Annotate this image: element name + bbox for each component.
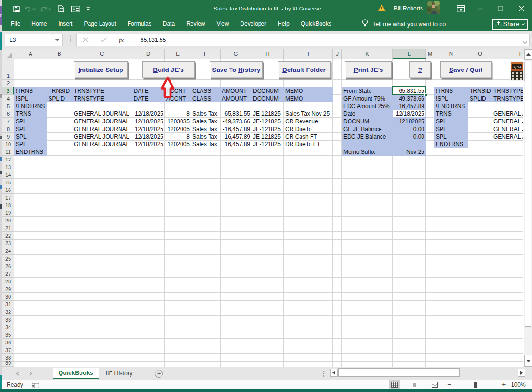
default-folder-button[interactable]: Default Folder: [278, 61, 331, 78]
cell-A8[interactable]: SPL: [14, 125, 47, 133]
row-header-20[interactable]: 20: [2, 217, 14, 224]
row-header-13[interactable]: 13: [2, 163, 14, 171]
cell-K3[interactable]: From State: [342, 87, 393, 95]
cell-L11[interactable]: Nov 25: [393, 148, 426, 156]
zoom-slider-thumb[interactable]: [474, 382, 477, 388]
column-header-D[interactable]: D: [132, 49, 165, 59]
cell-N8[interactable]: SPL: [434, 125, 468, 133]
cell-C10[interactable]: GENERAL JOURNAL: [72, 141, 132, 148]
row-header-36[interactable]: 36: [2, 339, 14, 346]
cell-I8[interactable]: CR DueTo: [284, 125, 333, 133]
row-header-6[interactable]: 6: [2, 110, 14, 118]
sheet-tab-quickbooks[interactable]: QuickBooks: [53, 368, 99, 379]
cell-F9[interactable]: Sales Tax: [191, 133, 221, 141]
build-jes-button[interactable]: Build JE's: [142, 61, 195, 78]
cell-I9[interactable]: CR Cash FT: [284, 133, 333, 141]
cell-G8[interactable]: -16,457.89: [221, 125, 251, 133]
cell-N4[interactable]: !SPL: [434, 95, 468, 102]
cell-E10[interactable]: 1202005: [165, 141, 191, 148]
cell-C4[interactable]: TRNSTYPE: [72, 95, 132, 102]
name-box-dropdown-icon[interactable]: [55, 39, 59, 41]
cell-A5[interactable]: !ENDTRNS: [14, 102, 47, 110]
cell-D6[interactable]: 12/18/2025: [132, 110, 165, 118]
cell-F4[interactable]: CLASS: [191, 95, 221, 102]
row-header-27[interactable]: 27: [2, 270, 14, 278]
column-header-J[interactable]: J: [333, 49, 342, 59]
ribbon-tab-insert[interactable]: Insert: [52, 17, 78, 31]
cell-D8[interactable]: 12/18/2025: [132, 125, 165, 133]
cell-N7[interactable]: SPL: [434, 118, 468, 125]
cell-N5[interactable]: !ENDTRNS: [434, 102, 468, 110]
cell-K6[interactable]: Date: [342, 110, 393, 118]
vertical-scroll-thumb[interactable]: [525, 61, 531, 327]
row-header-10[interactable]: 10: [2, 141, 14, 148]
cell-P7[interactable]: GENERAL JOURNAL: [492, 118, 523, 125]
cell-L9[interactable]: 0.00: [393, 133, 426, 141]
cell-K7[interactable]: DOCNUM: [342, 118, 393, 125]
scroll-down-button[interactable]: [524, 355, 532, 367]
save-quit-button[interactable]: Save / Quit: [440, 61, 492, 78]
column-header-B[interactable]: B: [47, 49, 73, 59]
calculator-image[interactable]: 3,14: [510, 61, 525, 81]
row-header-8[interactable]: 8: [2, 125, 14, 133]
cell-C6[interactable]: GENERAL JOURNAL: [72, 110, 132, 118]
column-header-E[interactable]: E: [165, 49, 191, 59]
cell-G10[interactable]: 16,457.89: [221, 141, 251, 148]
next-sheet-icon[interactable]: [29, 367, 33, 380]
cell-G4[interactable]: AMOUNT: [221, 95, 251, 102]
row-header-14[interactable]: 14: [2, 171, 14, 179]
column-header-K[interactable]: K: [342, 49, 393, 59]
column-header-H[interactable]: H: [251, 49, 284, 59]
column-header-N[interactable]: N: [434, 49, 468, 59]
ribbon-display-options-icon[interactable]: [451, 0, 471, 17]
page-break-view-icon[interactable]: [429, 380, 440, 390]
row-header-21[interactable]: 21: [2, 224, 14, 232]
ribbon-tab-developer[interactable]: Developer: [234, 17, 272, 31]
column-header-F[interactable]: F: [191, 49, 221, 59]
cell-A3[interactable]: !TRNS: [14, 87, 47, 95]
zoom-in-button[interactable]: +: [501, 380, 507, 390]
close-button[interactable]: [511, 0, 532, 17]
cell-L8[interactable]: 0.00: [393, 125, 426, 133]
form-toolbar-icon[interactable]: [71, 6, 80, 12]
row-header-34[interactable]: 34: [2, 323, 14, 331]
row-header-17[interactable]: 17: [2, 194, 14, 201]
save-to-history-button[interactable]: Save To History: [210, 61, 263, 78]
scroll-right-button[interactable]: [518, 369, 525, 377]
selected-cell-border[interactable]: [392, 86, 426, 95]
cell-P4[interactable]: TRNSTYPE: [492, 95, 523, 102]
row-header-24[interactable]: 24: [2, 247, 14, 255]
cell-E8[interactable]: 1202005: [165, 125, 191, 133]
cell-E6[interactable]: 8: [165, 110, 191, 118]
cell-L6[interactable]: 12/18/2025: [393, 110, 426, 118]
cell-A4[interactable]: !SPL: [14, 95, 47, 102]
cell-H6[interactable]: JE-121825: [251, 110, 284, 118]
enter-icon[interactable]: [100, 36, 107, 44]
cell-K5[interactable]: EDC Amount 25%: [342, 102, 393, 110]
ribbon-tab-page-layout[interactable]: Page Layout: [78, 17, 121, 31]
cell-A10[interactable]: SPL: [14, 141, 47, 148]
cell-A11[interactable]: ENDTRNS: [14, 148, 47, 156]
cell-F7[interactable]: Sales Tax: [191, 118, 221, 125]
maximize-button[interactable]: [491, 0, 511, 17]
zoom-out-button[interactable]: −: [446, 380, 452, 390]
formula-bar[interactable]: fx 65,831.55: [76, 34, 530, 46]
cell-H7[interactable]: JE-121825: [251, 118, 284, 125]
cell-D7[interactable]: 12/18/2025: [132, 118, 165, 125]
cell-L4[interactable]: 49,373.66: [393, 95, 426, 102]
tell-me-box[interactable]: Tell me what you want to do: [362, 17, 446, 31]
cell-N10[interactable]: ENDTRNS: [434, 141, 468, 148]
row-header-12[interactable]: 12: [2, 156, 14, 163]
column-header-I[interactable]: I: [284, 49, 333, 59]
cell-A9[interactable]: SPL: [14, 133, 47, 141]
normal-view-icon[interactable]: [389, 380, 400, 390]
cell-H9[interactable]: JE-121825: [251, 133, 284, 141]
expand-formula-bar-icon[interactable]: [523, 38, 527, 46]
column-header-A[interactable]: A: [14, 49, 47, 59]
initialize-setup-button[interactable]: Initialize Setup: [74, 61, 128, 78]
row-header-37[interactable]: 37: [2, 346, 14, 354]
zoom-level[interactable]: 100%: [511, 380, 526, 390]
cell-G3[interactable]: AMOUNT: [221, 87, 251, 95]
print-preview-icon[interactable]: [57, 5, 65, 13]
column-header-G[interactable]: G: [221, 49, 251, 59]
